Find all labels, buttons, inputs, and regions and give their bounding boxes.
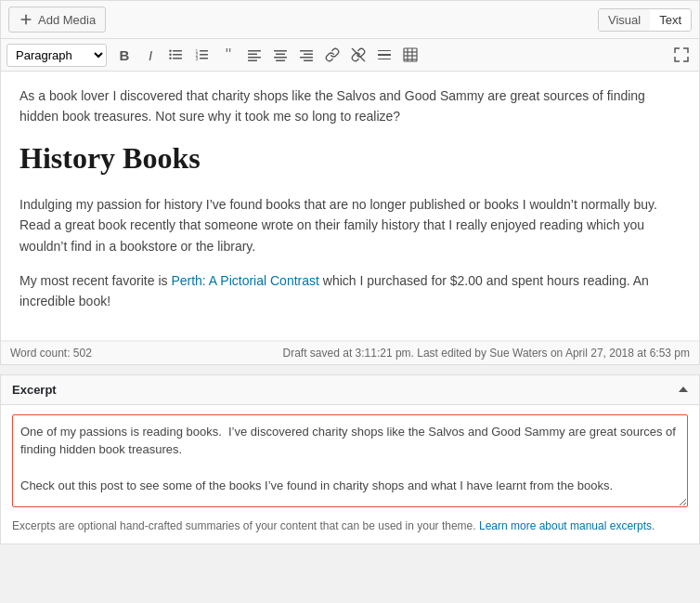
hr-icon [377, 47, 392, 62]
svg-rect-10 [200, 58, 208, 59]
excerpt-body: Excerpts are optional hand-crafted summa… [1, 405, 699, 544]
editor-toolbar: Paragraph Heading 1 Heading 2 Heading 3 … [1, 39, 699, 72]
svg-rect-19 [276, 54, 285, 56]
excerpt-title: Excerpt [12, 383, 57, 397]
tab-text[interactable]: Text [650, 9, 691, 31]
fullscreen-button[interactable] [669, 43, 694, 67]
svg-rect-9 [200, 54, 208, 56]
svg-rect-16 [248, 57, 261, 59]
svg-point-5 [169, 50, 171, 52]
align-right-icon [299, 47, 314, 62]
svg-rect-22 [300, 50, 313, 52]
view-tabs: Visual Text [598, 8, 692, 32]
svg-point-6 [169, 54, 171, 56]
align-center-icon [273, 47, 288, 62]
add-media-label: Add Media [38, 13, 96, 27]
svg-rect-3 [173, 54, 182, 56]
svg-rect-8 [200, 50, 208, 52]
ul-icon [169, 47, 184, 62]
svg-rect-14 [248, 50, 261, 52]
horizontal-rule-button[interactable] [372, 43, 396, 67]
excerpt-header[interactable]: Excerpt [1, 375, 699, 405]
unordered-list-button[interactable] [164, 43, 188, 67]
ordered-list-button[interactable]: 1 2 3 [190, 43, 214, 67]
svg-rect-23 [304, 54, 313, 56]
svg-rect-28 [378, 50, 391, 51]
svg-rect-20 [274, 57, 287, 59]
svg-rect-29 [378, 59, 391, 59]
italic-button[interactable]: I [138, 43, 162, 67]
table-icon [403, 47, 418, 62]
add-media-button[interactable]: Add Media [8, 7, 106, 33]
ol-icon: 1 2 3 [195, 47, 210, 62]
svg-rect-25 [304, 60, 313, 62]
link-icon [325, 47, 340, 62]
fullscreen-icon [674, 47, 689, 62]
status-bar: Word count: 502 Draft saved at 3:11:21 p… [1, 341, 699, 364]
svg-text:3: 3 [196, 56, 199, 61]
align-left-button[interactable] [242, 43, 266, 67]
excerpt-toggle-icon [679, 387, 688, 392]
plus-icon [19, 12, 33, 27]
svg-rect-1 [20, 19, 31, 20]
align-center-button[interactable] [268, 43, 292, 67]
svg-rect-4 [173, 58, 182, 59]
svg-rect-17 [248, 60, 257, 62]
paragraph-select[interactable]: Paragraph Heading 1 Heading 2 Heading 3 … [6, 44, 107, 67]
history-paragraph: Indulging my passion for history I’ve fo… [19, 194, 681, 256]
svg-rect-24 [300, 57, 313, 59]
editor-content[interactable]: As a book lover I discovered that charit… [1, 72, 699, 341]
remove-link-button[interactable] [346, 43, 370, 67]
excerpt-section: Excerpt Excerpts are optional hand-craft… [0, 374, 700, 544]
perth-link[interactable]: Perth: A Pictorial Contrast [171, 273, 319, 288]
svg-rect-18 [274, 50, 287, 52]
history-books-heading: History Books [19, 141, 681, 176]
bold-button[interactable]: B [112, 43, 136, 67]
intro-paragraph: As a book lover I discovered that charit… [19, 85, 681, 127]
unlink-icon [351, 47, 366, 62]
excerpt-textarea[interactable] [12, 414, 688, 507]
editor-wrapper: Add Media Visual Text Paragraph Heading … [0, 0, 700, 365]
align-left-icon [247, 47, 262, 62]
excerpt-description: Excerpts are optional hand-crafted summa… [12, 518, 688, 534]
svg-rect-27 [378, 54, 391, 56]
favorite-paragraph: My most recent favorite is Perth: A Pict… [19, 270, 681, 312]
insert-link-button[interactable] [320, 43, 344, 67]
draft-status: Draft saved at 3:11:21 pm. Last edited b… [283, 347, 690, 360]
top-bar: Add Media Visual Text [1, 1, 699, 39]
svg-rect-2 [173, 50, 182, 52]
insert-table-button[interactable] [398, 43, 422, 67]
blockquote-button[interactable]: " [216, 43, 240, 67]
learn-more-link[interactable]: Learn more about manual excerpts [479, 519, 652, 532]
favorite-prefix: My most recent favorite is [19, 273, 171, 288]
svg-rect-21 [276, 60, 285, 62]
word-count: Word count: 502 [10, 347, 92, 360]
svg-rect-15 [248, 54, 257, 56]
align-right-button[interactable] [294, 43, 318, 67]
tab-visual[interactable]: Visual [599, 9, 650, 31]
svg-point-7 [169, 58, 171, 59]
